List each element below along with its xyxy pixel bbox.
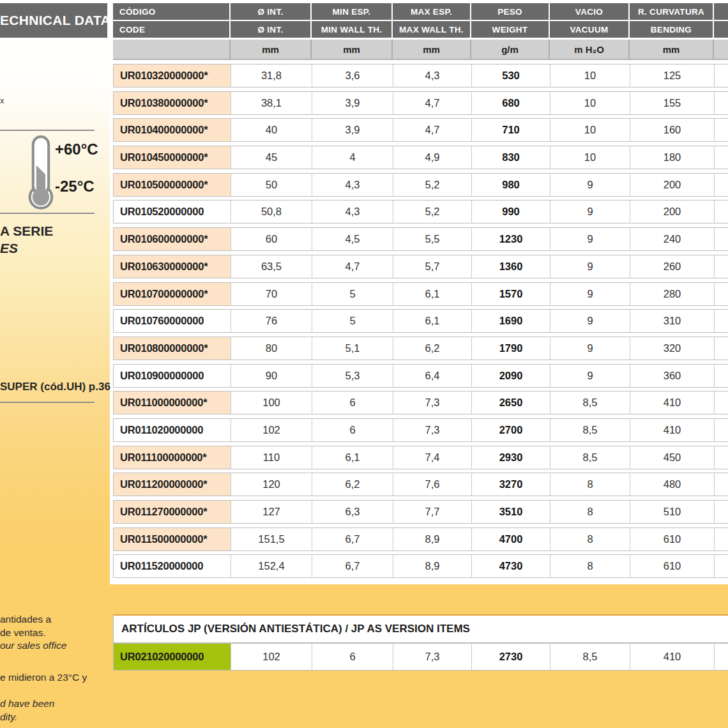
value-cell: [715, 283, 728, 305]
value-cell: 980: [472, 174, 550, 196]
value-cell: 50,8: [231, 201, 312, 223]
value-cell: 10: [550, 92, 630, 114]
value-cell: 5,1: [312, 337, 393, 360]
value-cell: 60: [231, 228, 312, 250]
header-row-english: CODEØ INT.MIN WALL TH.MAX WALL TH.WEIGHT…: [113, 21, 728, 38]
value-cell: [715, 146, 728, 169]
value-cell: 6,4: [393, 365, 472, 387]
value-cell: 102: [231, 419, 312, 441]
value-cell: 63,5: [231, 255, 312, 278]
column-header: WEIGHT: [471, 21, 550, 38]
value-cell: 8,5: [550, 419, 630, 441]
section-title: ECHNICAL DATA: [0, 3, 107, 38]
product-code-cell: UR010320000000*: [114, 64, 231, 87]
value-cell: 180: [630, 146, 715, 169]
value-cell: 4,3: [312, 174, 393, 196]
divider: [0, 213, 95, 214]
value-cell: 6,2: [312, 473, 393, 496]
value-cell: 9: [550, 337, 630, 360]
table-row: UR01102000000010267,327008,5410: [113, 418, 728, 442]
unit-cell: [113, 40, 231, 59]
value-cell: [715, 119, 728, 141]
value-cell: [715, 501, 728, 523]
value-cell: 2930: [472, 446, 550, 469]
value-cell: 110: [231, 446, 312, 469]
table-row: UR010700000000*7056,115709280: [113, 282, 728, 306]
product-code-cell: UR010600000000*: [114, 228, 231, 250]
unit-cell: [714, 40, 728, 59]
product-code-cell: UR011270000000*: [114, 501, 231, 523]
product-code-cell: UR011520000000: [114, 555, 231, 577]
cross-reference-link[interactable]: SUPER (cód.UH) p.36: [0, 381, 110, 393]
footnote-line: dity.: [0, 711, 17, 723]
table-row: UR02102000000010267,327308,5410: [113, 643, 728, 671]
value-cell: 151,5: [231, 528, 312, 550]
value-cell: [715, 446, 728, 469]
cut-text-fragment: x: [0, 96, 4, 105]
product-code-cell: UR010700000000*: [114, 283, 231, 305]
value-cell: 1230: [472, 228, 550, 250]
value-cell: 6,1: [393, 283, 472, 305]
value-cell: 450: [630, 446, 715, 469]
unit-cell: mm: [312, 40, 393, 59]
value-cell: 8: [550, 501, 630, 523]
product-code-cell: UR010760000000: [114, 310, 231, 332]
column-header: CODE: [113, 21, 231, 38]
value-cell: [715, 228, 728, 250]
value-cell: 100: [231, 391, 312, 414]
value-cell: 5,7: [393, 255, 472, 278]
value-cell: 1570: [472, 283, 550, 305]
value-cell: 6,1: [312, 446, 393, 469]
value-cell: 9: [550, 255, 630, 278]
value-cell: 410: [630, 644, 715, 670]
value-cell: [715, 310, 728, 332]
units-row: mmmmmmg/mm H₂Omm: [113, 40, 728, 60]
value-cell: [715, 174, 728, 196]
series-label-line2: ES: [0, 241, 18, 256]
value-cell: [715, 92, 728, 114]
value-cell: [715, 201, 728, 223]
table-row: UR010450000000*4544,983010180: [113, 146, 728, 169]
value-cell: 3,6: [312, 64, 393, 87]
value-cell: 6,7: [312, 555, 393, 577]
value-cell: 5,5: [393, 228, 472, 250]
table-row: UR010500000000*504,35,29809200: [113, 173, 728, 197]
value-cell: 710: [472, 119, 550, 141]
product-code-cell: UR010500000000*: [114, 174, 231, 196]
table-row: UR010320000000*31,83,64,353010125: [113, 64, 728, 87]
value-cell: 76: [231, 310, 312, 332]
value-cell: [715, 255, 728, 278]
value-cell: 8,9: [393, 528, 472, 550]
value-cell: 127: [231, 501, 312, 523]
table-row: UR011200000000*1206,27,632708480: [113, 473, 728, 496]
product-code-cell: UR010800000000*: [114, 337, 231, 360]
table-row: UR011000000000*10067,326508,5410: [113, 391, 728, 414]
value-cell: 990: [472, 201, 550, 223]
product-code-cell: UR011000000000*: [114, 391, 231, 414]
column-header: CÓDIGO: [113, 3, 231, 20]
value-cell: [715, 391, 728, 414]
value-cell: 4730: [472, 555, 550, 577]
column-header: R. CURVATURA: [630, 3, 714, 20]
column-header: MIN ESP.: [312, 3, 393, 20]
value-cell: 125: [630, 64, 715, 87]
value-cell: 4700: [472, 528, 550, 550]
value-cell: 8,5: [550, 446, 630, 469]
value-cell: 3,9: [312, 92, 393, 114]
product-code-cell: UR010400000000*: [114, 119, 231, 141]
value-cell: 6,3: [312, 501, 393, 523]
value-cell: 10: [550, 119, 630, 141]
value-cell: 5: [312, 310, 393, 332]
value-cell: 2650: [472, 391, 550, 414]
table-row: UR011270000000*1276,37,735108510: [113, 500, 728, 524]
table-row: UR011520000000152,46,78,947308610: [113, 554, 728, 578]
footnote-line: de ventas.: [0, 627, 46, 639]
value-cell: 200: [630, 201, 715, 223]
value-cell: 610: [630, 528, 715, 550]
column-header: VACIO: [550, 3, 630, 20]
value-cell: 9: [550, 201, 630, 223]
value-cell: 152,4: [231, 555, 312, 577]
value-cell: 6: [312, 419, 393, 441]
value-cell: 530: [472, 64, 550, 87]
footnote-line: d have been: [0, 698, 54, 709]
